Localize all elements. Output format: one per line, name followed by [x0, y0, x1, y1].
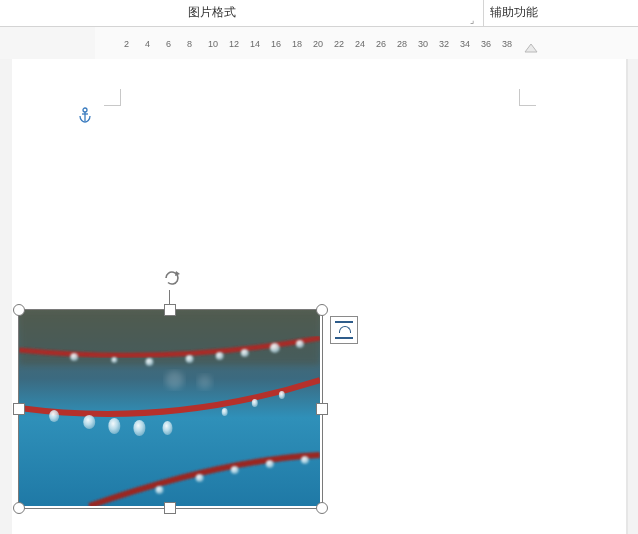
ribbon-tab-accessibility[interactable]: 辅助功能	[490, 4, 538, 21]
ruler-tick: 20	[313, 39, 323, 49]
ruler-tick: 36	[481, 39, 491, 49]
document-workspace	[0, 59, 638, 534]
horizontal-ruler[interactable]: 2468101214161820222426283032343638	[95, 27, 638, 60]
document-page[interactable]	[12, 59, 628, 534]
ruler-tick: 2	[124, 39, 129, 49]
ruler-tick: 32	[439, 39, 449, 49]
ruler-tick: 38	[502, 39, 512, 49]
resize-handle-tl[interactable]	[13, 304, 25, 316]
ruler-tick: 18	[292, 39, 302, 49]
anchor-icon[interactable]	[78, 107, 92, 127]
ribbon-separator	[483, 0, 484, 26]
resize-handle-bm[interactable]	[164, 502, 176, 514]
ruler-tick: 16	[271, 39, 281, 49]
resize-handle-ml[interactable]	[13, 403, 25, 415]
margin-corner-top-right	[519, 89, 536, 106]
rotate-handle-icon[interactable]	[162, 268, 182, 292]
margin-corner-top-left	[104, 89, 121, 106]
ruler-tick: 14	[250, 39, 260, 49]
resize-handle-br[interactable]	[316, 502, 328, 514]
ruler-area: 2468101214161820222426283032343638	[0, 27, 638, 61]
ruler-tick: 22	[334, 39, 344, 49]
resize-handle-tr[interactable]	[316, 304, 328, 316]
dialog-launcher-icon[interactable]: ⌟	[470, 15, 474, 25]
layout-options-icon	[335, 321, 353, 339]
ruler-tick: 8	[187, 39, 192, 49]
ruler-tick: 34	[460, 39, 470, 49]
svg-marker-2	[525, 44, 537, 52]
right-indent-marker[interactable]	[524, 39, 538, 57]
ruler-tick: 10	[208, 39, 218, 49]
layout-options-button[interactable]	[330, 316, 358, 344]
ruler-tick: 30	[418, 39, 428, 49]
ruler-tick: 6	[166, 39, 171, 49]
ribbon-tab-picture-format[interactable]: 图片格式	[188, 4, 236, 21]
ruler-tick: 24	[355, 39, 365, 49]
ribbon-bar: 图片格式 ⌟ 辅助功能	[0, 0, 638, 27]
ruler-tick: 26	[376, 39, 386, 49]
ruler-tick: 28	[397, 39, 407, 49]
resize-handle-mr[interactable]	[316, 403, 328, 415]
resize-handle-bl[interactable]	[13, 502, 25, 514]
svg-point-3	[83, 108, 87, 112]
ruler-tick: 4	[145, 39, 150, 49]
image-selection-box[interactable]	[18, 309, 323, 509]
ruler-tick: 12	[229, 39, 239, 49]
resize-handle-tm[interactable]	[164, 304, 176, 316]
